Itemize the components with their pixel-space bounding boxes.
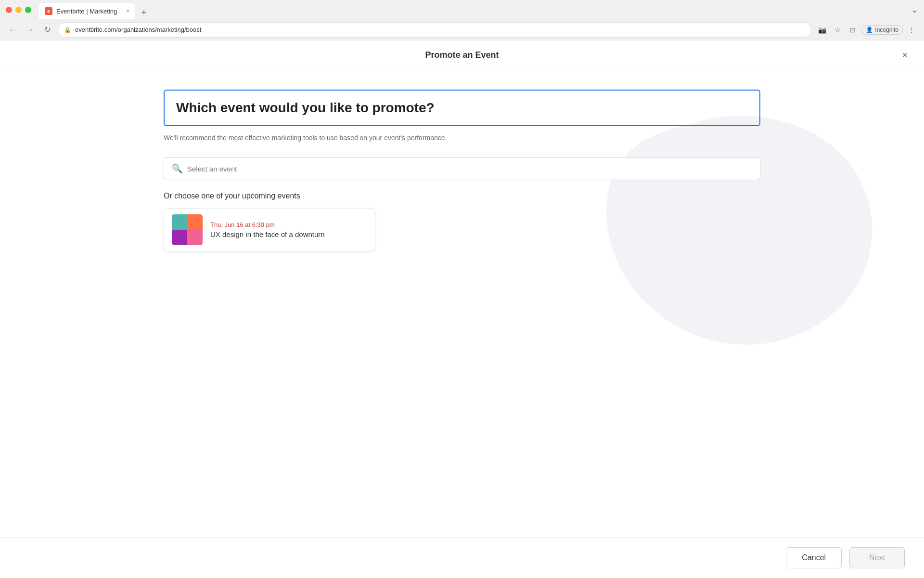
upcoming-events-label: Or choose one of your upcoming events [164, 192, 760, 200]
browser-chrome: e Eventbrite | Marketing × + ⌄ ← → ↻ 🔒 e… [0, 0, 924, 40]
browser-menu-button[interactable]: ⋮ [905, 23, 918, 37]
split-view-icon[interactable]: ⊡ [846, 23, 860, 37]
event-datetime: Thu, Jun 16 at 6:30 pm [210, 221, 367, 228]
lock-icon: 🔒 [64, 26, 71, 33]
browser-tabs: e Eventbrite | Marketing × + [39, 0, 151, 19]
tab-favicon: e [45, 7, 52, 15]
modal-close-button[interactable]: × [897, 48, 912, 63]
thumb-cell-2 [187, 214, 203, 230]
thumb-cell-1 [172, 214, 187, 230]
search-box[interactable]: 🔍 [164, 157, 760, 180]
tab-close-button[interactable]: × [126, 8, 129, 14]
incognito-badge: 👤 Incognito [861, 25, 903, 35]
cancel-button[interactable]: Cancel [786, 547, 842, 568]
modal-footer: Cancel Next [0, 537, 924, 578]
modal-header: Promote an Event × [0, 40, 924, 70]
modal-body: Which event would you like to promote? W… [125, 70, 799, 271]
incognito-label: Incognito [875, 26, 898, 33]
maximize-window-button[interactable] [25, 7, 31, 13]
thumb-cell-4 [187, 230, 203, 245]
thumb-cell-3 [172, 230, 187, 245]
window-expand-icon[interactable]: ⌄ [911, 4, 918, 15]
question-text: Which event would you like to promote? [176, 100, 748, 116]
event-list: Thu, Jun 16 at 6:30 pm UX design in the … [164, 208, 760, 251]
refresh-button[interactable]: ↻ [40, 23, 54, 37]
tab-title: Eventbrite | Marketing [56, 8, 117, 15]
browser-toolbar: ← → ↻ 🔒 eventbrite.com/organizations/mar… [0, 19, 924, 40]
camera-off-icon[interactable]: 📷 [815, 23, 829, 37]
minimize-window-button[interactable] [15, 7, 22, 13]
search-input[interactable] [187, 165, 752, 173]
question-section: Which event would you like to promote? W… [164, 90, 760, 251]
address-text: eventbrite.com/organizations/marketing/b… [75, 26, 201, 33]
event-thumbnail-inner [172, 214, 203, 245]
new-tab-button[interactable]: + [137, 6, 151, 19]
active-tab[interactable]: e Eventbrite | Marketing × [39, 3, 135, 19]
search-icon: 🔍 [172, 163, 182, 174]
modal-title: Promote an Event [425, 50, 499, 60]
event-card[interactable]: Thu, Jun 16 at 6:30 pm UX design in the … [164, 208, 375, 251]
back-button[interactable]: ← [6, 23, 19, 37]
question-subtitle: We'll recommend the most effective marke… [164, 134, 760, 142]
traffic-lights [6, 7, 31, 13]
event-name: UX design in the face of a downturn [210, 230, 367, 238]
profile-icon: 👤 [866, 26, 873, 33]
main-content: Promote an Event × Which event would you… [0, 40, 924, 578]
address-bar[interactable]: 🔒 eventbrite.com/organizations/marketing… [58, 22, 811, 38]
close-window-button[interactable] [6, 7, 12, 13]
forward-button[interactable]: → [23, 23, 37, 37]
bookmark-icon[interactable]: ☆ [831, 23, 844, 37]
next-button[interactable]: Next [849, 547, 905, 568]
question-box: Which event would you like to promote? [164, 90, 760, 126]
browser-titlebar: e Eventbrite | Marketing × + ⌄ [0, 0, 924, 19]
toolbar-actions: 📷 ☆ ⊡ 👤 Incognito ⋮ [815, 23, 918, 37]
event-info: Thu, Jun 16 at 6:30 pm UX design in the … [210, 221, 367, 238]
event-thumbnail [172, 214, 203, 245]
